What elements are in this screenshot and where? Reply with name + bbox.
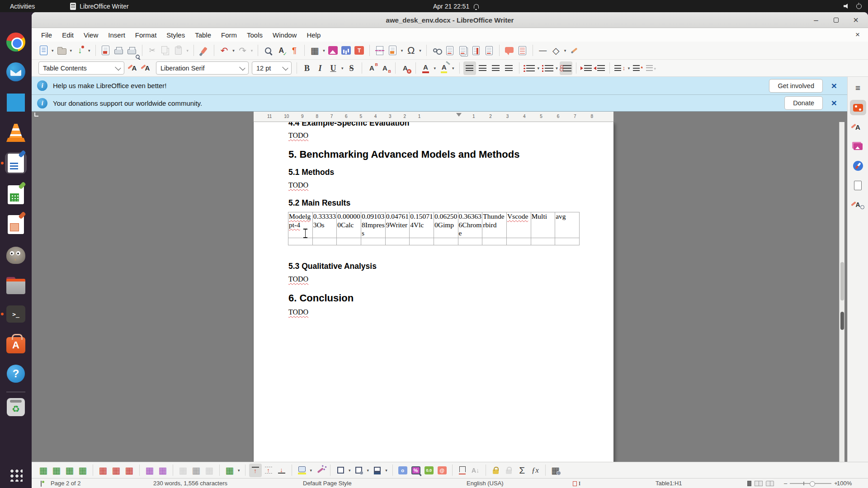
insert-endnote-button[interactable] xyxy=(457,44,469,57)
insert-column-right-button[interactable]: ▦ xyxy=(76,464,89,477)
sidebar-page-button[interactable] xyxy=(850,178,866,193)
heading-6[interactable]: 6. Conclusion xyxy=(288,292,354,304)
table-cell[interactable] xyxy=(361,238,385,245)
protect-cells-button[interactable] xyxy=(490,464,502,477)
clock-menu[interactable]: Apr 21 22:51 xyxy=(433,3,479,10)
menu-insert[interactable]: Insert xyxy=(103,29,130,41)
table-cell[interactable]: Thunde rbird xyxy=(482,212,507,238)
open-button[interactable] xyxy=(56,44,68,57)
increase-paragraph-spacing-button[interactable] xyxy=(632,61,644,75)
autoformat-button[interactable] xyxy=(314,464,326,477)
currency-format-button[interactable]: o xyxy=(396,464,409,477)
insert-field-dropdown[interactable]: ▾ xyxy=(400,48,405,53)
menu-window[interactable]: Window xyxy=(268,29,302,41)
maximize-button[interactable] xyxy=(831,15,841,25)
paragraph-style-combo[interactable]: Table Contents xyxy=(38,61,124,75)
highlight-color-dropdown[interactable]: ▾ xyxy=(451,66,456,70)
strikethrough-button[interactable]: S xyxy=(345,61,358,75)
infobar-close-icon[interactable]: × xyxy=(827,80,841,91)
horizontal-line-button[interactable]: — xyxy=(537,44,549,57)
heading-5[interactable]: 5. Benchmarking Advanced Models and Meth… xyxy=(288,149,519,160)
get-involved-button[interactable]: Get involved xyxy=(769,79,823,93)
print-button[interactable] xyxy=(113,44,125,57)
highlight-color-button[interactable]: A xyxy=(438,61,450,75)
special-character-dropdown[interactable]: ▾ xyxy=(418,48,423,53)
font-name-combo[interactable]: Liberation Serif xyxy=(156,61,249,75)
focused-app-indicator[interactable]: LibreOffice Writer xyxy=(70,3,128,10)
insert-chart-button[interactable] xyxy=(340,44,353,57)
insert-mode-icon[interactable] xyxy=(573,481,577,486)
table-cell[interactable] xyxy=(482,238,507,245)
underline-button[interactable]: U xyxy=(327,61,340,75)
center-vertically-button[interactable]: ↑ xyxy=(262,464,275,477)
horizontal-ruler[interactable]: 11 10 9 8 7 6 5 4 3 2 1 1 2 3 4 5 6 7 8 xyxy=(254,112,613,122)
borders-dropdown[interactable]: ▾ xyxy=(347,468,352,473)
dock-item-impress[interactable] xyxy=(5,214,27,235)
close-document-button[interactable]: × xyxy=(855,30,860,39)
export-pdf-button[interactable] xyxy=(99,44,112,57)
delete-row-button[interactable]: ▦ xyxy=(97,464,109,477)
dock-item-gimp[interactable] xyxy=(5,244,27,266)
numbered-list-dropdown[interactable]: ▾ xyxy=(554,66,559,70)
track-changes-button[interactable] xyxy=(516,44,529,57)
increase-indent-button[interactable] xyxy=(580,61,593,75)
new-style-button[interactable]: A xyxy=(139,61,152,75)
menu-view[interactable]: View xyxy=(79,29,103,41)
table-cell[interactable] xyxy=(288,238,313,245)
delete-column-button[interactable]: ▦ xyxy=(110,464,123,477)
todo-paragraph[interactable]: TODO xyxy=(288,275,308,283)
zoom-slider[interactable] xyxy=(790,483,831,484)
sidebar-navigator-button[interactable] xyxy=(850,158,866,174)
table-cell[interactable]: Modelg pt-4 xyxy=(288,212,313,238)
table-cell[interactable]: 0.04761 9Writer xyxy=(385,212,410,238)
menu-tools[interactable]: Tools xyxy=(242,29,268,41)
table-cell[interactable] xyxy=(555,238,580,245)
table-cell[interactable] xyxy=(312,238,337,245)
insert-table-dropdown[interactable]: ▾ xyxy=(321,48,326,53)
insert-textbox-button[interactable]: T xyxy=(353,44,366,57)
sidebar-styles-button[interactable]: A xyxy=(850,119,866,135)
insert-comment-button[interactable] xyxy=(503,44,516,57)
insert-field-button[interactable] xyxy=(387,44,399,57)
table-cell[interactable] xyxy=(458,238,482,245)
sidebar-settings-button[interactable]: ≡ xyxy=(850,80,866,96)
justify-button[interactable] xyxy=(503,61,515,75)
border-style-button[interactable] xyxy=(353,464,365,477)
open-dropdown[interactable]: ▾ xyxy=(69,48,74,53)
new-document-button[interactable] xyxy=(37,44,50,57)
table-cell[interactable] xyxy=(531,238,555,245)
decrease-indent-button[interactable] xyxy=(593,61,606,75)
heading-5-3[interactable]: 5.3 Qualitative Analysis xyxy=(288,262,377,271)
no-list-button[interactable] xyxy=(560,61,572,75)
sum-button[interactable]: Σ xyxy=(516,464,528,477)
language-status[interactable]: English (USA) xyxy=(467,480,504,487)
line-spacing-button[interactable] xyxy=(613,61,626,75)
align-bottom-button[interactable]: ↓ xyxy=(275,464,288,477)
multi-page-view-icon[interactable] xyxy=(755,481,763,486)
split-cells-button[interactable]: ▦ xyxy=(156,464,169,477)
titlebar[interactable]: awe_desk_env.docx - LibreOffice Writer –… xyxy=(32,12,868,28)
borders-button[interactable] xyxy=(334,464,347,477)
dock-item-help[interactable]: ? xyxy=(5,363,27,385)
border-color-dropdown[interactable]: ▾ xyxy=(384,468,389,473)
align-center-button[interactable] xyxy=(476,61,489,75)
show-draw-functions-button[interactable] xyxy=(568,44,580,57)
scrollbar-thumb[interactable] xyxy=(840,312,844,330)
line-spacing-dropdown[interactable]: ▾ xyxy=(627,66,632,70)
table-cell[interactable]: 0.33333 3Os xyxy=(312,212,337,238)
spelling-button[interactable]: A xyxy=(275,44,288,57)
clone-formatting-button[interactable] xyxy=(198,44,210,57)
dock-item-software[interactable]: A xyxy=(5,333,27,355)
decimal-format-button[interactable]: 0.0 xyxy=(423,464,435,477)
special-character-button[interactable]: Ω xyxy=(405,44,417,57)
table-cell[interactable]: 0.15071 4Vlc xyxy=(410,212,434,238)
subscript-button[interactable]: AB xyxy=(379,61,392,75)
new-dropdown[interactable]: ▾ xyxy=(50,48,55,53)
vertical-scrollbar[interactable] xyxy=(839,122,844,462)
font-size-combo[interactable]: 12 pt xyxy=(252,61,292,75)
insert-table-button[interactable]: ▦ xyxy=(308,44,321,57)
table-cell[interactable] xyxy=(385,238,410,245)
cross-reference-button[interactable] xyxy=(483,44,495,57)
scrollbar-segment[interactable] xyxy=(840,262,844,300)
basic-shapes-button[interactable]: ◇ xyxy=(550,44,562,57)
